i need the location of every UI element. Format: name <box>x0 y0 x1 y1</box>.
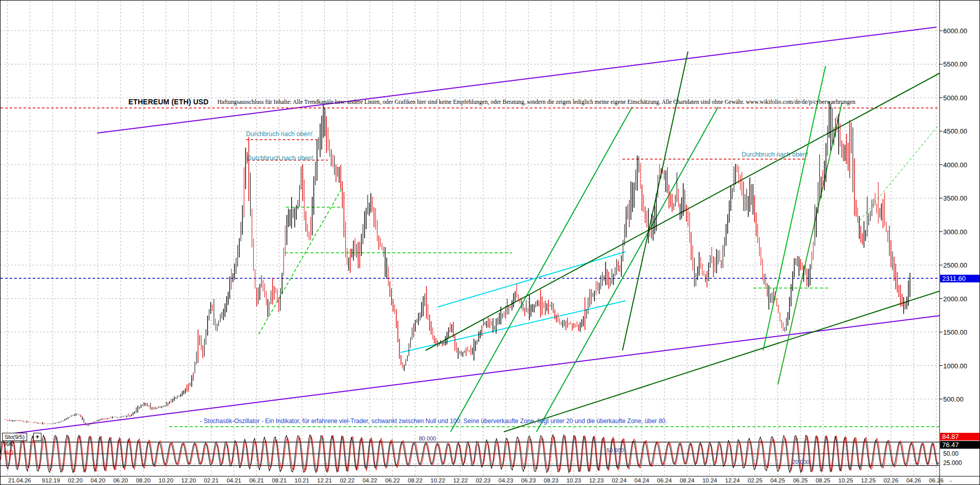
date-axis-label: 02.24 <box>612 477 627 483</box>
price-axis-label: 4000.00 <box>943 161 967 169</box>
date-axis-current: 21.04.26 <box>8 477 31 483</box>
date-axis-label: 04.22 <box>363 477 377 483</box>
date-axis-label: 08.22 <box>408 477 422 483</box>
osc-level-label: 50.000 <box>607 447 624 453</box>
stochastic-note: - Stochastik-Oszillator - Ein Indikator,… <box>200 417 667 425</box>
date-axis-label: 06.21 <box>249 477 264 483</box>
price-axis-label: 3500.00 <box>943 194 967 202</box>
date-axis-label: 12.24 <box>725 477 740 483</box>
date-axis-label: 10.22 <box>431 477 446 483</box>
date-axis-label: 12.25 <box>861 477 876 483</box>
percent-d-label: %D <box>4 449 13 456</box>
date-axis-label: 12.23 <box>589 477 604 483</box>
indicator-settings-button[interactable]: Sto(9/5) <box>2 433 27 441</box>
price-axis-label: 1500.00 <box>943 328 967 336</box>
stochastic-k-badge: 76.47 <box>940 441 980 449</box>
date-axis-label: 12.19 <box>46 477 60 483</box>
date-axis-label: 08.21 <box>272 477 287 483</box>
date-axis-label: 08.25 <box>816 477 831 483</box>
date-axis-label: 06.23 <box>521 477 536 483</box>
date-axis-label: 02.20 <box>68 477 83 483</box>
date-axis-label: 02.23 <box>476 477 491 483</box>
price-axis-label: 5000.00 <box>943 94 967 102</box>
date-axis-label: 08.23 <box>544 477 559 483</box>
price-axis-label: 1000.00 <box>943 362 967 370</box>
date-axis-label: 10.25 <box>838 477 853 483</box>
osc-level-label: 20.000 <box>792 459 810 465</box>
date-axis-label: 02.26 <box>884 477 899 483</box>
date-axis-label: 02.21 <box>204 477 219 483</box>
breakout-annotation: Durchbruch nach oben! <box>247 155 314 162</box>
date-axis-label: 10.24 <box>702 477 717 483</box>
price-axis-label: 3000.00 <box>943 228 967 236</box>
date-axis-label: 04.23 <box>499 477 514 483</box>
date-axis-label: 12.21 <box>317 477 332 483</box>
date-axis-label: 06.24 <box>657 477 672 483</box>
date-axis-label: 10.21 <box>295 477 309 483</box>
price-axis-label: 2000.00 <box>943 295 967 303</box>
osc-axis-label-25: 25.000 <box>943 459 962 467</box>
date-axis-label: 10.23 <box>566 477 581 483</box>
symbol-title: ETHEREUM (ETH) USD <box>128 98 209 106</box>
price-axis-label: 6000.00 <box>943 27 967 35</box>
percent-k-label: %K <box>4 440 13 448</box>
breakout-annotation: Durchbruch nach oben! <box>246 130 313 138</box>
breakout-annotation: Durchbruch nach oben! <box>742 151 808 158</box>
date-axis-label: 04.20 <box>91 477 105 483</box>
date-axis-label: 06.22 <box>385 477 400 483</box>
date-axis-label: 06.25 <box>793 477 808 483</box>
date-axis-label: 02.25 <box>748 477 763 483</box>
date-axis-label: 04.25 <box>770 477 785 483</box>
date-axis-label: 10.20 <box>159 477 173 483</box>
date-axis-label: 04.26 <box>906 477 921 483</box>
add-indicator-button[interactable]: + <box>33 433 41 441</box>
stochastic-d-badge: 84.87 <box>940 433 980 440</box>
date-axis-label: 04.21 <box>227 477 241 483</box>
current-price-badge: 2311.60 <box>940 275 980 282</box>
date-axis-label: 02.22 <box>340 477 354 483</box>
date-axis-label: 08.24 <box>680 477 695 483</box>
price-axis-label: 2500.00 <box>943 261 967 269</box>
date-axis-end: - <box>950 477 952 483</box>
price-axis-label: 5500.00 <box>943 60 967 68</box>
disclaimer-text: Haftungsausschluss für Inhalte: Alle Tre… <box>217 99 855 105</box>
price-axis-label: 500.00 <box>943 395 964 403</box>
date-axis-label: 04.24 <box>634 477 649 483</box>
price-axis-label: 4500.00 <box>943 127 967 135</box>
date-axis-label: 12.22 <box>453 477 468 483</box>
chart-canvas[interactable] <box>1 1 980 485</box>
chart-window: ETHEREUM (ETH) USD Haftungsausschluss fü… <box>0 0 980 485</box>
date-axis-label: 08.20 <box>136 477 151 483</box>
osc-level-label: 80.000 <box>419 435 436 442</box>
date-axis-label: 06.26 <box>929 477 944 483</box>
date-axis-label: 06.20 <box>113 477 128 483</box>
date-axis-start-day: 9 <box>42 477 45 483</box>
date-axis-label: 12.20 <box>181 477 196 483</box>
osc-axis-label-50: 50.00 <box>943 450 959 457</box>
